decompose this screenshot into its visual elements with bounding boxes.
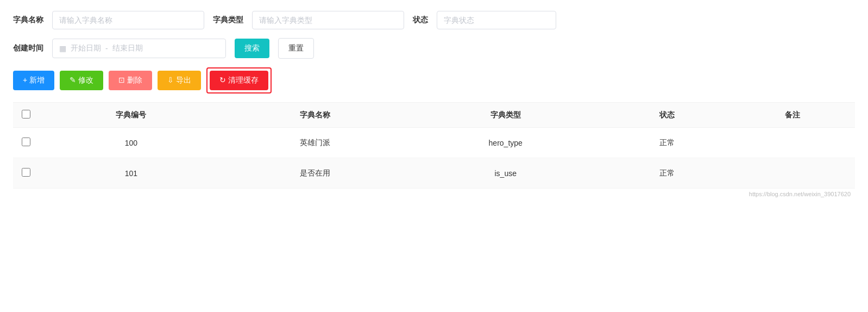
- col-type-header: 字典类型: [407, 103, 604, 128]
- type-input[interactable]: [252, 11, 404, 29]
- row-checkbox[interactable]: [22, 138, 30, 146]
- reset-button[interactable]: 重置: [278, 38, 314, 59]
- col-id-header: 字典编号: [39, 103, 223, 128]
- row-remark: [729, 158, 855, 189]
- row-name: 英雄门派: [223, 128, 407, 158]
- row-name: 是否在用: [223, 158, 407, 189]
- clear-cache-button[interactable]: ↻ 清理缓存: [210, 71, 268, 90]
- row-checkbox[interactable]: [22, 168, 30, 177]
- row-id: 100: [39, 128, 223, 158]
- row-type: hero_type: [407, 128, 604, 158]
- name-label: 字典名称: [13, 15, 43, 25]
- date-separator: -: [105, 44, 108, 53]
- calendar-icon: ▦: [59, 44, 66, 53]
- add-button[interactable]: + 新增: [13, 71, 54, 90]
- col-name-header: 字典名称: [223, 103, 407, 128]
- row-id: 101: [39, 158, 223, 189]
- row-type: is_use: [407, 158, 604, 189]
- col-remark-header: 备注: [729, 103, 855, 128]
- date-range-picker[interactable]: ▦ 开始日期 - 结束日期: [52, 39, 226, 58]
- edit-button[interactable]: ✎ 修改: [60, 71, 103, 90]
- row-status: 正常: [604, 128, 729, 158]
- status-label: 状态: [413, 15, 428, 25]
- status-input[interactable]: [437, 11, 556, 29]
- col-checkbox: [13, 103, 39, 128]
- row-status: 正常: [604, 158, 729, 189]
- date-start: 开始日期: [71, 43, 101, 53]
- row-checkbox-cell: [13, 158, 39, 189]
- search-button[interactable]: 搜索: [235, 39, 269, 58]
- create-time-label: 创建时间: [13, 43, 43, 53]
- dict-table: 字典编号 字典名称 字典类型 状态 备注 100 英雄门派 hero_type …: [13, 102, 855, 189]
- delete-button[interactable]: ⊡ 删除: [109, 71, 152, 90]
- table-row: 100 英雄门派 hero_type 正常: [13, 128, 855, 158]
- date-end: 结束日期: [112, 43, 143, 53]
- col-status-header: 状态: [604, 103, 729, 128]
- row-checkbox-cell: [13, 128, 39, 158]
- clear-cache-highlight: ↻ 清理缓存: [206, 67, 272, 93]
- type-label: 字典类型: [213, 15, 243, 25]
- select-all-checkbox[interactable]: [22, 110, 30, 118]
- table-row: 101 是否在用 is_use 正常: [13, 158, 855, 189]
- name-input[interactable]: [52, 11, 204, 29]
- watermark: https://blog.csdn.net/weixin_39017620: [13, 189, 855, 199]
- row-remark: [729, 128, 855, 158]
- export-button[interactable]: ⇩ 导出: [158, 71, 201, 90]
